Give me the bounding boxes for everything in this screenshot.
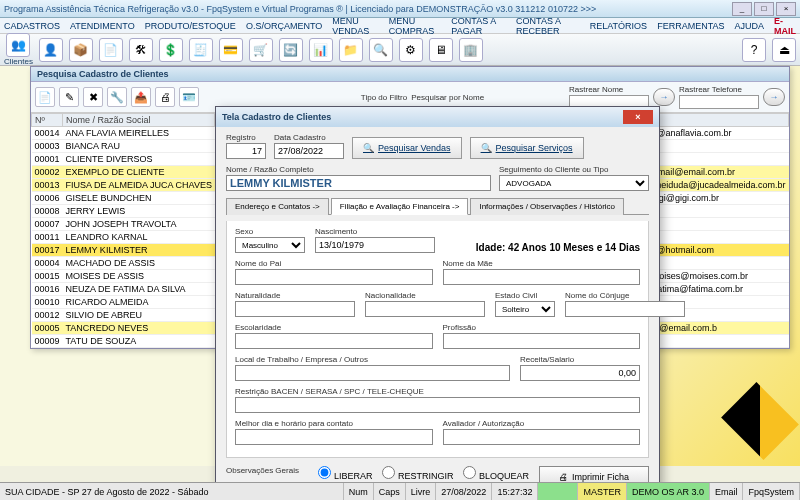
conjuge-input[interactable] [565, 301, 685, 317]
col-nome[interactable]: Nome / Razão Social [63, 114, 215, 127]
tab-endereco[interactable]: Endereço e Contatos -> [226, 198, 329, 215]
dialog-title-text: Tela Cadastro de Clientes [222, 112, 331, 122]
receita-input[interactable] [520, 365, 640, 381]
tool-exit-icon[interactable]: ⏏ [772, 38, 796, 62]
card-icon[interactable]: 🪪 [179, 87, 199, 107]
menu-ferramentas[interactable]: FERRAMENTAS [657, 21, 724, 31]
sexo-label: Sexo [235, 227, 305, 236]
tool-icon-2[interactable]: 👤 [39, 38, 63, 62]
mae-label: Nome da Mãe [443, 259, 641, 268]
radio-liberar[interactable]: LIBERAR [318, 466, 372, 481]
pesquisar-vendas-button[interactable]: 🔍Pesquisar Vendas [352, 137, 462, 159]
clientes-label: Clientes [4, 57, 33, 66]
tab-filiacao[interactable]: Filiação e Avaliação Financeira -> [331, 198, 469, 215]
menu-os[interactable]: O.S/ORÇAMENTO [246, 21, 322, 31]
maximize-button[interactable]: □ [754, 2, 774, 16]
tool-help-icon[interactable]: ? [742, 38, 766, 62]
menu-vendas[interactable]: MENU VENDAS [332, 16, 379, 36]
tool-icon-15[interactable]: 🖥 [429, 38, 453, 62]
idade-text: Idade: 42 Anos 10 Meses e 14 Dias [476, 242, 640, 253]
search-go-1[interactable]: → [653, 88, 675, 106]
tool-icon-16[interactable]: 🏢 [459, 38, 483, 62]
status-caps: Caps [374, 483, 406, 500]
menu-cadastros[interactable]: CADASTROS [4, 21, 60, 31]
dialog-close-button[interactable]: × [623, 110, 653, 124]
menu-atendimento[interactable]: ATENDIMENTO [70, 21, 135, 31]
esc-input[interactable] [235, 333, 433, 349]
status-num: Num [344, 483, 374, 500]
ecivil-label: Estado Civil [495, 291, 555, 300]
menu-email[interactable]: E-MAIL [774, 16, 796, 36]
status-fpq[interactable]: FpqSystem [743, 483, 800, 500]
seg-label: Seguimento do Cliente ou Tipo [499, 165, 649, 174]
nat-input[interactable] [235, 301, 355, 317]
prof-input[interactable] [443, 333, 641, 349]
menu-receber[interactable]: CONTAS A RECEBER [516, 16, 580, 36]
tool-icon-7[interactable]: 🧾 [189, 38, 213, 62]
tool-icon-4[interactable]: 📄 [99, 38, 123, 62]
nasc-input[interactable] [315, 237, 435, 253]
tab-info[interactable]: Informações / Observações / Histórico [470, 198, 624, 215]
data-input[interactable] [274, 143, 344, 159]
status-livre: Livre [406, 483, 437, 500]
search-go-2[interactable]: → [763, 88, 785, 106]
filter-rastrear-nome-label: Rastrear Nome [569, 85, 649, 94]
menu-compras[interactable]: MENU COMPRAS [389, 16, 442, 36]
tool-icon-8[interactable]: 💳 [219, 38, 243, 62]
menu-relatorios[interactable]: RELATÓRIOS [590, 21, 647, 31]
statusbar: SUA CIDADE - SP 27 de Agosto de 2022 - S… [0, 482, 800, 500]
tool-icon-13[interactable]: 🔍 [369, 38, 393, 62]
restr-input[interactable] [235, 397, 640, 413]
menu-ajuda[interactable]: AJUDA [734, 21, 764, 31]
data-label: Data Cadastro [274, 133, 344, 142]
workspace: Pesquisa Cadastro de Clientes 📄 ✎ ✖ 🔧 📤 … [0, 66, 800, 466]
menu-pagar[interactable]: CONTAS A PAGAR [451, 16, 506, 36]
sexo-select[interactable]: Masculino [235, 237, 305, 253]
cadastro-dialog: Tela Cadastro de Clientes × Registro Dat… [215, 106, 660, 500]
tool-icon-12[interactable]: 📁 [339, 38, 363, 62]
radio-restringir[interactable]: RESTRINGIR [382, 466, 453, 481]
ecivil-select[interactable]: Solteiro [495, 301, 555, 317]
minimize-button[interactable]: _ [732, 2, 752, 16]
segmento-select[interactable]: ADVOGADA [499, 175, 649, 191]
tool-icon-10[interactable]: 🔄 [279, 38, 303, 62]
tool-icon-11[interactable]: 📊 [309, 38, 333, 62]
delete-icon[interactable]: ✖ [83, 87, 103, 107]
export-icon[interactable]: 📤 [131, 87, 151, 107]
tools-icon[interactable]: 🔧 [107, 87, 127, 107]
pesquisar-servicos-button[interactable]: 🔍Pesquisar Serviços [470, 137, 584, 159]
nat-label: Naturalidade [235, 291, 355, 300]
pai-input[interactable] [235, 269, 433, 285]
menu-produto[interactable]: PRODUTO/ESTOQUE [145, 21, 236, 31]
new-icon[interactable]: 📄 [35, 87, 55, 107]
status-loc: SUA CIDADE - SP 27 de Agosto de 2022 - S… [0, 483, 344, 500]
tool-icon-9[interactable]: 🛒 [249, 38, 273, 62]
mae-input[interactable] [443, 269, 641, 285]
tool-icon-5[interactable]: 🛠 [129, 38, 153, 62]
pai-label: Nome do Pai [235, 259, 433, 268]
clientes-icon[interactable]: 👥 [6, 33, 30, 57]
registro-input[interactable] [226, 143, 266, 159]
dialog-titlebar: Tela Cadastro de Clientes × [216, 107, 659, 127]
close-button[interactable]: × [776, 2, 796, 16]
col-num[interactable]: Nº [32, 114, 63, 127]
tool-icon-3[interactable]: 📦 [69, 38, 93, 62]
contato-input[interactable] [235, 429, 433, 445]
nac-input[interactable] [365, 301, 485, 317]
rastrear-tel-input[interactable] [679, 95, 759, 109]
edit-icon[interactable]: ✎ [59, 87, 79, 107]
logo-corner [721, 382, 799, 460]
print-icon[interactable]: 🖨 [155, 87, 175, 107]
aval-input[interactable] [443, 429, 641, 445]
status-date: 27/08/2022 [436, 483, 492, 500]
esc-label: Escolaridade [235, 323, 433, 332]
tabs: Endereço e Contatos -> Filiação e Avalia… [226, 197, 649, 215]
nac-label: Nacionalidade [365, 291, 485, 300]
tool-icon-14[interactable]: ⚙ [399, 38, 423, 62]
trab-input[interactable] [235, 365, 510, 381]
contato-label: Melhor dia e horário para contato [235, 419, 433, 428]
nome-input[interactable] [226, 175, 491, 191]
tool-icon-6[interactable]: 💲 [159, 38, 183, 62]
radio-bloquear[interactable]: BLOQUEAR [463, 466, 529, 481]
status-email[interactable]: Email [710, 483, 744, 500]
